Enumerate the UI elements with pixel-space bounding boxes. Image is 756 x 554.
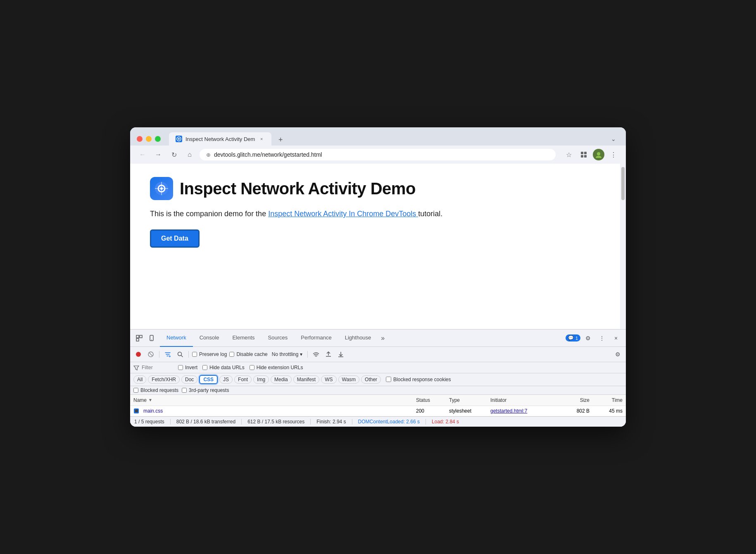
filter-font[interactable]: Font (234, 375, 252, 384)
invert-checkbox[interactable]: Invert (178, 365, 197, 370)
filter-media[interactable]: Media (271, 375, 292, 384)
chrome-menu-btn[interactable]: ⋮ (608, 149, 619, 160)
devtools-panel: Network Console Elements Sources Perform… (130, 329, 626, 427)
search-btn[interactable] (175, 349, 185, 359)
filter-all[interactable]: All (133, 375, 146, 384)
devtools-more-btn[interactable]: ⋮ (596, 332, 608, 344)
filter-doc[interactable]: Doc (181, 375, 197, 384)
throttle-dropdown-icon: ▾ (300, 351, 302, 357)
filter-toggle-btn[interactable] (163, 349, 173, 359)
filter-manifest[interactable]: Manifest (293, 375, 319, 384)
clear-btn[interactable] (146, 349, 156, 359)
third-party-requests-checkbox[interactable]: 3rd-party requests (182, 387, 229, 393)
tab-close-btn[interactable]: × (258, 136, 265, 142)
close-traffic-light[interactable] (137, 136, 143, 142)
get-data-button[interactable]: Get Data (150, 229, 200, 248)
more-tabs-btn[interactable]: » (378, 330, 388, 347)
inspect-element-btn[interactable] (133, 332, 145, 344)
col-header-status[interactable]: Status (416, 397, 449, 403)
blocked-response-cookies-checkbox[interactable]: Blocked response cookies (386, 377, 451, 382)
minimize-traffic-light[interactable] (146, 136, 152, 142)
refresh-btn[interactable]: ↻ (168, 149, 180, 160)
extensions-btn[interactable] (578, 149, 590, 160)
scrollbar-thumb[interactable] (621, 167, 625, 200)
filter-js[interactable]: JS (219, 375, 233, 384)
traffic-lights (137, 136, 161, 142)
upload-btn[interactable] (323, 349, 333, 359)
home-btn[interactable]: ⌂ (184, 149, 195, 160)
back-btn[interactable]: ← (137, 149, 148, 160)
table-header: Name ▼ Status Type Initiator Size Time (130, 395, 626, 406)
devtools-link[interactable]: Inspect Network Activity In Chrome DevTo… (268, 210, 418, 218)
device-toolbar-btn[interactable] (146, 332, 157, 344)
svg-point-1 (178, 138, 180, 140)
devtools-close-btn[interactable]: × (610, 332, 622, 344)
table-row[interactable]: ⬛ main.css 200 stylesheet getstarted.htm… (130, 406, 626, 416)
scrollbar[interactable] (620, 164, 626, 329)
record-btn[interactable] (133, 349, 143, 359)
filter-input-area (133, 364, 175, 371)
status-bar: 1 / 5 requests 802 B / 18.6 kB transferr… (130, 416, 626, 427)
toolbar-separator-1 (159, 351, 159, 358)
third-party-row: Blocked requests 3rd-party requests (130, 386, 626, 395)
filter-other[interactable]: Other (361, 375, 381, 384)
filter-fetch-xhr[interactable]: Fetch/XHR (148, 375, 180, 384)
resource-filters: All Fetch/XHR Doc CSS JS Font Img Media … (130, 373, 626, 386)
throttle-select[interactable]: No throttling ▾ (270, 351, 304, 358)
tab-title: Inspect Network Activity Dem (185, 136, 255, 142)
filter-img[interactable]: Img (253, 375, 269, 384)
svg-rect-13 (140, 335, 142, 338)
filter-wasm[interactable]: Wasm (338, 375, 360, 384)
filter-funnel-icon (133, 364, 139, 371)
svg-rect-5 (584, 155, 587, 158)
filter-input[interactable] (142, 365, 175, 370)
filter-checkboxes: Invert Hide data URLs Hide extension URL… (178, 365, 303, 370)
tab-elements[interactable]: Elements (226, 330, 261, 347)
disable-cache-checkbox[interactable]: Disable cache (229, 351, 267, 357)
hide-data-urls-checkbox[interactable]: Hide data URLs (202, 365, 245, 370)
devtools-tabs: Network Console Elements Sources Perform… (160, 330, 566, 347)
filter-ws[interactable]: WS (321, 375, 336, 384)
col-header-initiator[interactable]: Initiator (490, 397, 556, 403)
row-type: stylesheet (449, 408, 490, 414)
hide-extension-urls-checkbox[interactable]: Hide extension URLs (250, 365, 303, 370)
maximize-traffic-light[interactable] (155, 136, 161, 142)
col-header-type[interactable]: Type (449, 397, 490, 403)
download-btn[interactable] (336, 349, 346, 359)
tab-console[interactable]: Console (193, 330, 226, 347)
profile-avatar[interactable] (593, 149, 604, 160)
row-initiator[interactable]: getstarted.html:7 (490, 408, 556, 414)
network-table: Name ▼ Status Type Initiator Size Time ⬛… (130, 395, 626, 416)
page-content: Inspect Network Activity Demo This is th… (130, 164, 620, 329)
tab-performance[interactable]: Performance (294, 330, 338, 347)
svg-point-16 (151, 339, 152, 340)
svg-rect-3 (584, 152, 587, 154)
blocked-requests-checkbox[interactable]: Blocked requests (133, 387, 178, 393)
url-bar[interactable]: ⊕ devtools.glitch.me/network/getstarted.… (200, 149, 556, 160)
col-header-name[interactable]: Name ▼ (133, 397, 416, 403)
title-bar: Inspect Network Activity Dem × + ⌄ (130, 127, 626, 146)
tabs-area: Inspect Network Activity Dem × + (169, 132, 603, 146)
svg-rect-4 (581, 155, 583, 158)
svg-rect-12 (136, 335, 139, 338)
tab-dropdown-btn[interactable]: ⌄ (608, 133, 619, 145)
tab-network[interactable]: Network (160, 330, 193, 347)
wifi-icon-btn[interactable] (311, 349, 321, 359)
network-settings-btn[interactable]: ⚙ (613, 349, 623, 359)
new-tab-btn[interactable]: + (275, 134, 286, 146)
active-tab[interactable]: Inspect Network Activity Dem × (169, 132, 271, 146)
preserve-log-checkbox[interactable]: Preserve log (192, 351, 227, 357)
tab-lighthouse[interactable]: Lighthouse (338, 330, 378, 347)
forward-btn[interactable]: → (152, 149, 164, 160)
bookmark-btn[interactable]: ☆ (563, 149, 575, 160)
css-file-icon: ⬛ (133, 408, 139, 414)
url-security-icon: ⊕ (206, 152, 211, 158)
tab-sources[interactable]: Sources (262, 330, 295, 347)
devtools-settings-btn[interactable]: ⚙ (582, 332, 594, 344)
toolbar-separator-2 (188, 351, 189, 358)
svg-marker-20 (169, 355, 171, 357)
site-icon (150, 177, 173, 200)
col-header-size[interactable]: Size (556, 397, 590, 403)
filter-css[interactable]: CSS (199, 375, 218, 384)
col-header-time[interactable]: Time (590, 397, 623, 403)
